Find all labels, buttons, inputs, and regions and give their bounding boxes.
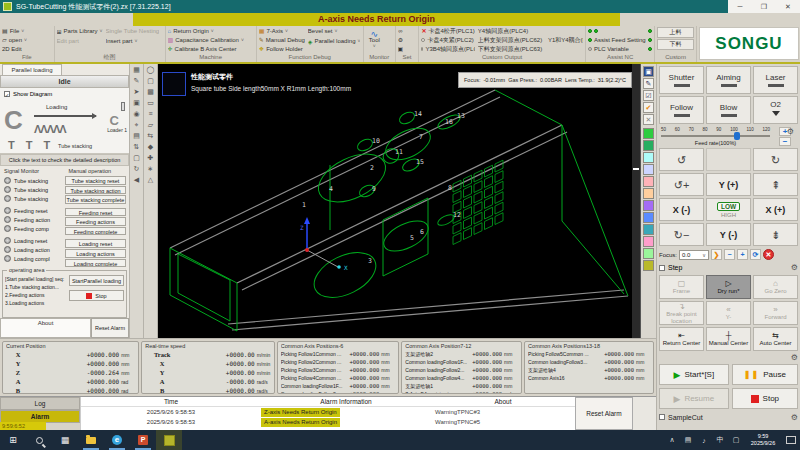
- tubecutting-app-icon[interactable]: [156, 430, 182, 450]
- reset-alarm-button[interactable]: Reset Alarm: [575, 397, 633, 430]
- tray-expand-icon[interactable]: ∧: [665, 436, 679, 444]
- feed-rate-slider[interactable]: [661, 132, 770, 140]
- message-icon[interactable]: ▢: [729, 436, 743, 444]
- break-point-button[interactable]: ↴Break point location: [659, 301, 704, 325]
- aiming-button[interactable]: Aiming: [706, 66, 751, 94]
- forward-button[interactable]: »Forward: [753, 301, 798, 325]
- manual-operation-button[interactable]: Loading reset: [65, 239, 126, 248]
- close-button[interactable]: ✕: [776, 3, 800, 11]
- gear-icon[interactable]: ⚙: [791, 413, 798, 422]
- color-swatch[interactable]: [643, 152, 654, 163]
- color-swatch[interactable]: [643, 224, 654, 235]
- y-plus-button[interactable]: Y (+): [706, 173, 751, 196]
- show-diagram-checkbox[interactable]: ✓: [4, 91, 10, 97]
- tab-parallel-loading[interactable]: Parallel loading: [2, 64, 62, 75]
- color-swatch[interactable]: [643, 260, 654, 271]
- focus-value-select[interactable]: 0.0∨: [679, 250, 709, 260]
- camera-icon[interactable]: ▣: [398, 45, 404, 53]
- gear-icon[interactable]: ⚙: [791, 263, 798, 272]
- bevel-set-button[interactable]: Bevel set˅: [308, 27, 361, 36]
- shutter-button[interactable]: Shutter: [659, 66, 704, 94]
- calibrate-b-axis-button[interactable]: ✛Calibrate B Axis Center: [168, 45, 244, 53]
- z-up-button[interactable]: ⇞: [753, 173, 798, 196]
- color-swatch[interactable]: [643, 212, 654, 223]
- tool-icon[interactable]: ▱: [148, 121, 153, 129]
- follow-button[interactable]: Follow: [659, 96, 704, 124]
- edge-browser-icon[interactable]: e: [104, 430, 130, 450]
- cad-viewport[interactable]: 性能测试零件 Square tube Side length50mm X R1m…: [158, 64, 632, 338]
- tool-icon[interactable]: ⇅: [134, 143, 140, 151]
- start-button[interactable]: ▶Start*[S]: [659, 364, 729, 385]
- network-icon[interactable]: ▤: [681, 436, 695, 444]
- manual-operation-button[interactable]: Tube stacking action: [65, 186, 126, 195]
- follow-holder-button[interactable]: ❖Follow Holder: [259, 45, 305, 53]
- alarm-row[interactable]: 2025/9/26 9:58:53 A-axis Needs Return Or…: [81, 417, 575, 427]
- tool-icon[interactable]: ▦: [133, 66, 140, 74]
- manual-operation-button[interactable]: Tube stacking reset: [65, 176, 126, 185]
- start-parallel-loading-button[interactable]: StartParallel loading: [69, 275, 124, 286]
- reset-alarm-button-sidebar[interactable]: Reset Alarm: [91, 318, 129, 338]
- tool-icon[interactable]: ◯: [147, 66, 155, 74]
- speed-toggle-button[interactable]: LOW HIGH: [706, 198, 751, 221]
- color-swatch[interactable]: [643, 188, 654, 199]
- tool-icon[interactable]: ▣: [133, 99, 140, 107]
- tool-icon[interactable]: ↻: [134, 165, 140, 173]
- rotate-a-button[interactable]: ↺: [659, 148, 704, 171]
- monitor-icon[interactable]: ▣: [643, 66, 654, 77]
- color-swatch[interactable]: [643, 236, 654, 247]
- tool-button[interactable]: ∿Tool˅: [366, 27, 383, 53]
- y-minus-button[interactable]: Y (-): [706, 223, 751, 246]
- color-swatch[interactable]: [643, 164, 654, 175]
- plc2-button[interactable]: 卡盘4夹紧(PLC2): [421, 36, 474, 44]
- focus-go-button[interactable]: ❯: [711, 249, 722, 260]
- tool-icon[interactable]: ◆: [148, 143, 153, 151]
- plc62-button[interactable]: 上料支架回原点(PLC62): [478, 36, 542, 44]
- checkbox-icon[interactable]: ☑: [643, 90, 654, 101]
- hint-text[interactable]: Click the text to check the detailed des…: [0, 154, 129, 166]
- gas-o2-button[interactable]: O2: [753, 96, 798, 124]
- x-minus-button[interactable]: X (-): [659, 198, 704, 221]
- color-swatch[interactable]: [643, 128, 654, 139]
- tool-icon[interactable]: ◉: [133, 110, 139, 118]
- a-minus-button[interactable]: ↻−: [659, 223, 704, 246]
- feed-minus-button[interactable]: −: [779, 137, 791, 146]
- tab-log[interactable]: Log: [0, 397, 80, 410]
- search-icon[interactable]: [26, 430, 52, 450]
- load-button[interactable]: 上料: [657, 27, 694, 38]
- notification-center-icon[interactable]: [786, 436, 796, 444]
- insert-part-button[interactable]: Insert part˅: [106, 37, 160, 46]
- manual-operation-button[interactable]: Feeding complete: [65, 227, 126, 236]
- seven-axis-button[interactable]: ▦7-Axis˅: [259, 27, 305, 35]
- minimize-button[interactable]: ─: [728, 3, 752, 10]
- gear-icon[interactable]: ⚙: [787, 127, 794, 136]
- manual-center-button[interactable]: ┼Manual Center: [706, 327, 751, 351]
- manual-operation-button[interactable]: Feeding reset: [65, 208, 126, 217]
- file-explorer-icon[interactable]: [78, 430, 104, 450]
- blow-button[interactable]: Blow: [706, 96, 751, 124]
- x-plus-button[interactable]: X (+): [753, 198, 798, 221]
- frame-button[interactable]: ▢Frame: [659, 275, 704, 299]
- color-swatch[interactable]: [643, 248, 654, 259]
- focus-refresh-icon[interactable]: ⟳: [750, 249, 761, 260]
- glasses-icon[interactable]: ∞: [398, 27, 402, 35]
- canvas-scrollbar[interactable]: [632, 64, 641, 338]
- color-swatch[interactable]: [643, 176, 654, 187]
- task-view-icon[interactable]: ▦: [52, 430, 78, 450]
- tool-icon[interactable]: △: [148, 176, 153, 184]
- samplecut-checkbox[interactable]: [659, 414, 665, 420]
- assist-feed-setting-button[interactable]: Assist Feed Setting: [588, 36, 652, 44]
- pencil-icon[interactable]: ✎: [643, 78, 654, 89]
- tool-icon[interactable]: ▤: [133, 132, 140, 140]
- tool-icon[interactable]: ⌖: [135, 121, 139, 129]
- step-checkbox[interactable]: [659, 265, 665, 271]
- manual-operation-button[interactable]: Tube stacking complete: [65, 195, 126, 204]
- manual-operation-button[interactable]: Loading complete: [65, 259, 126, 268]
- x-icon[interactable]: ✕: [643, 114, 654, 125]
- tool-icon[interactable]: ▩: [147, 88, 154, 96]
- y-backward-button[interactable]: «Y-: [706, 301, 751, 325]
- plc1-button[interactable]: ✕卡盘4松开(PLC1): [421, 27, 474, 35]
- focus-minus-button[interactable]: −: [724, 249, 735, 260]
- ime-icon[interactable]: 中: [713, 435, 727, 445]
- go-zero-button[interactable]: ⌂Go Zero: [753, 275, 798, 299]
- part-thumbnail-box[interactable]: [162, 72, 186, 96]
